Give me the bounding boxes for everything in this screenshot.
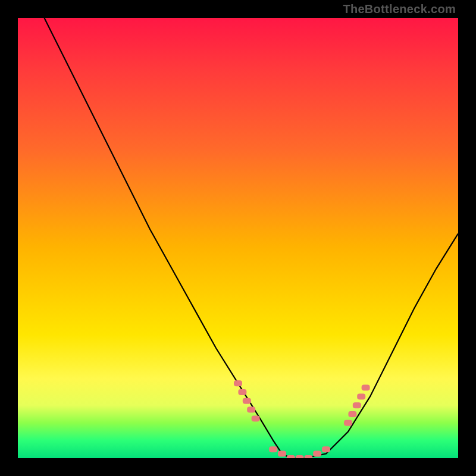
marker-bead — [287, 455, 295, 458]
marker-bead — [313, 451, 321, 457]
marker-bead — [238, 389, 246, 395]
marker-bead — [269, 446, 277, 452]
marker-bead — [348, 411, 356, 417]
marker-bead — [344, 420, 352, 426]
curve-layer — [18, 18, 458, 458]
marker-bead — [243, 398, 251, 404]
marker-bead — [362, 385, 370, 391]
marker-bead — [278, 451, 286, 457]
marker-bead — [357, 393, 365, 399]
marker-bead — [296, 455, 304, 458]
marker-bead — [247, 407, 255, 413]
marker-bead — [234, 380, 242, 386]
marker-group — [234, 380, 370, 458]
marker-bead — [252, 415, 260, 421]
watermark-text: TheBottleneck.com — [343, 2, 456, 16]
plot-area — [18, 18, 458, 458]
marker-bead — [353, 402, 361, 408]
chart-frame: TheBottleneck.com — [0, 0, 476, 476]
bottleneck-curve — [44, 18, 458, 458]
marker-bead — [304, 455, 312, 458]
marker-bead — [322, 446, 330, 452]
